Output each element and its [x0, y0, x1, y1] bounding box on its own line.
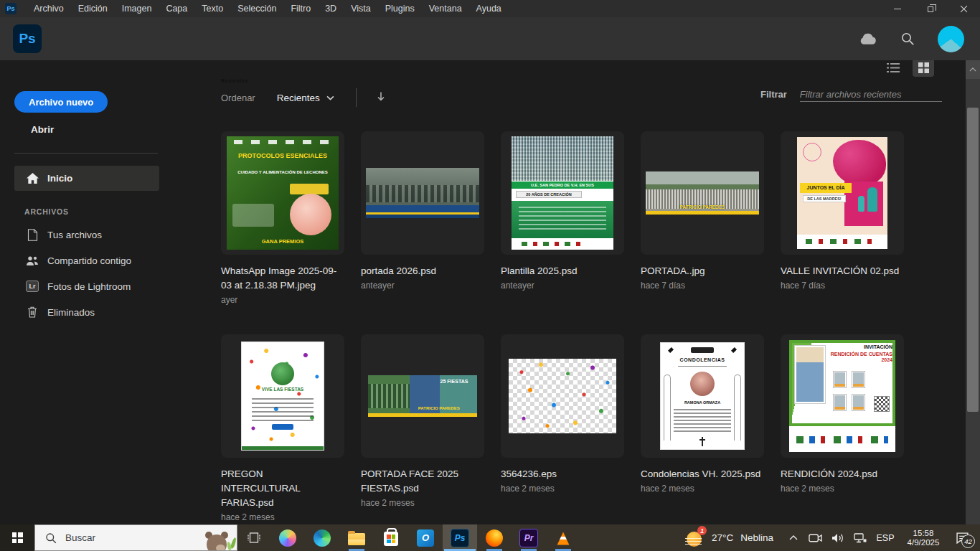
scrollbar[interactable] — [966, 60, 980, 524]
taskbar-photoshop[interactable]: Ps — [443, 524, 477, 551]
menu-filtro[interactable]: Filtro — [283, 0, 318, 17]
file-card[interactable]: PROTOCOLOS ESENCIALES CUIDADO Y ALIMENTA… — [221, 131, 344, 305]
tray-expand-button[interactable] — [782, 524, 804, 551]
file-date: hace 2 meses — [361, 498, 484, 508]
sidebar-item-label: Inicio — [47, 173, 72, 184]
taskbar-copilot[interactable] — [270, 524, 305, 551]
search-icon[interactable] — [897, 29, 918, 49]
menu-edicion[interactable]: Edición — [71, 0, 115, 17]
meet-now-button[interactable] — [804, 524, 826, 551]
sidebar-item-inicio[interactable]: Inicio — [14, 166, 159, 191]
weather-fog-icon: 1 — [687, 528, 706, 547]
filter-controls: Filtrar — [760, 88, 942, 102]
menu-ayuda[interactable]: Ayuda — [469, 0, 509, 17]
taskbar-premiere[interactable]: Pr — [512, 524, 546, 551]
sort-dropdown[interactable]: Recientes — [277, 93, 334, 103]
file-card[interactable]: 3564236.eps hace 2 meses — [501, 334, 624, 522]
menu-3d[interactable]: 3D — [318, 0, 344, 17]
sidebar-item-label: Fotos de Lightroom — [47, 281, 131, 292]
vlc-icon — [556, 532, 570, 545]
file-name: portada 2026.psd — [361, 264, 484, 278]
file-card[interactable]: 25 FIESTAS PATRICIO PAREDES PORTADA FACE… — [361, 334, 484, 522]
menu-vista[interactable]: Vista — [344, 0, 378, 17]
taskbar-outlook[interactable]: O — [408, 524, 443, 551]
menu-imagen[interactable]: Imagen — [115, 0, 159, 17]
chevron-down-icon — [326, 95, 334, 100]
sort-controls: Ordenar Recientes — [221, 88, 385, 108]
taskbar-file-explorer[interactable] — [339, 524, 374, 551]
menu-texto[interactable]: Texto — [194, 0, 230, 17]
restore-button[interactable] — [914, 0, 947, 17]
task-view-icon — [248, 532, 260, 543]
file-card[interactable]: INVITACIÓN RENDICIÓN DE CUENTAS 2024 REN… — [781, 334, 904, 522]
menu-archivo[interactable]: Archivo — [27, 0, 71, 17]
sidebar-item-tus-archivos[interactable]: Tus archivos — [14, 222, 159, 248]
file-name: PREGON INTERCULTURAL FARIAS.psd — [221, 467, 344, 510]
app-header: Ps — [0, 17, 980, 60]
language-indicator[interactable]: ESP — [871, 533, 900, 543]
outlook-icon: O — [417, 529, 434, 547]
new-file-button[interactable]: Archivo nuevo — [14, 91, 108, 113]
scrollbar-thumb[interactable] — [967, 108, 979, 412]
file-explorer-icon — [348, 533, 365, 545]
page-title: Recientes — [221, 78, 248, 83]
network-button[interactable] — [849, 524, 871, 551]
cloud-sync-icon[interactable] — [857, 29, 877, 49]
home-screen-body: Archivo nuevo Abrir Inicio ARCHIVOS Tus … — [0, 60, 980, 524]
sidebar-item-compartido[interactable]: Compartido contigo — [14, 248, 159, 273]
file-card[interactable]: U.E. SAN PEDRO DE V.H. EN SUS 20 AÑOS DE… — [501, 131, 624, 305]
taskbar-search-box[interactable] — [34, 524, 237, 551]
start-button[interactable] — [0, 524, 34, 551]
menu-ventana[interactable]: Ventana — [422, 0, 469, 17]
file-name: 3564236.eps — [501, 467, 624, 481]
file-date: hace 7 días — [781, 281, 904, 291]
file-thumbnail: VIVE LAS FIESTAS — [241, 342, 324, 451]
taskbar-microsoft-store[interactable] — [374, 524, 408, 551]
file-card[interactable]: VIVE LAS FIESTAS PREGON INTERCULTURAL FA… — [221, 334, 344, 522]
taskbar-edge[interactable] — [305, 524, 339, 551]
trash-icon — [26, 306, 39, 319]
list-view-button[interactable] — [882, 60, 904, 77]
restore-icon — [928, 6, 933, 12]
taskbar-firefox[interactable] — [477, 524, 512, 551]
weather-widget[interactable]: 1 27°C Neblina — [687, 528, 773, 547]
file-card[interactable]: CONDOLENCIAS RAMONA ORMAZA Condolencias … — [641, 334, 764, 522]
task-view-button[interactable] — [237, 524, 270, 551]
sidebar-item-lightroom[interactable]: Lr Fotos de Lightroom — [14, 273, 159, 299]
file-name: Condolencias VH. 2025.psd — [641, 467, 764, 481]
scroll-up-button[interactable] — [966, 60, 980, 79]
open-button[interactable]: Abrir — [31, 124, 54, 135]
menu-bar: Ps Archivo Edición Imagen Capa Texto Sel… — [0, 0, 980, 17]
grid-view-button[interactable] — [913, 60, 934, 77]
filter-input[interactable] — [800, 88, 942, 102]
taskbar-vlc[interactable] — [546, 524, 580, 551]
sidebar-item-eliminados[interactable]: Eliminados — [14, 299, 159, 325]
minimize-icon — [894, 9, 901, 9]
volume-button[interactable] — [826, 524, 849, 551]
recent-files-panel: Recientes Ordenar Recientes Filtrar — [221, 60, 966, 524]
firefox-icon — [486, 529, 503, 547]
action-center-button[interactable]: 42 — [947, 524, 977, 551]
file-card[interactable]: portada 2026.psd anteayer — [361, 131, 484, 305]
menu-items: Archivo Edición Imagen Capa Texto Selecc… — [27, 0, 509, 17]
user-avatar[interactable] — [938, 26, 964, 52]
file-thumbnail: JUNTOS EL DÍA DE LAS MADRES! — [797, 137, 887, 249]
sort-direction-button[interactable] — [377, 91, 385, 105]
sidebar-item-label: Tus archivos — [47, 230, 102, 240]
search-highlight-bear-image — [204, 525, 237, 550]
minimize-button[interactable] — [881, 0, 914, 17]
file-card[interactable]: JUNTOS EL DÍA DE LAS MADRES! VALLE INVIT… — [781, 131, 904, 305]
file-name: VALLE INVITACIÓN 02.psd — [781, 264, 904, 278]
close-icon — [960, 5, 968, 13]
file-date: ayer — [221, 295, 344, 305]
close-button[interactable] — [947, 0, 980, 17]
file-grid-row: VIVE LAS FIESTAS PREGON INTERCULTURAL FA… — [221, 334, 904, 522]
file-thumbnail: INVITACIÓN RENDICIÓN DE CUENTAS 2024 — [789, 340, 895, 452]
clock[interactable]: 15:58 4/9/2025 — [900, 529, 947, 547]
taskbar-search-input[interactable] — [64, 532, 164, 544]
menu-capa[interactable]: Capa — [159, 0, 194, 17]
photoshop-titlebar-icon: Ps — [5, 3, 17, 14]
menu-plugins[interactable]: Plugins — [378, 0, 422, 17]
menu-seleccion[interactable]: Selección — [230, 0, 283, 17]
file-card[interactable]: PATRICIO PAREDES PORTADA..jpg hace 7 día… — [641, 131, 764, 305]
